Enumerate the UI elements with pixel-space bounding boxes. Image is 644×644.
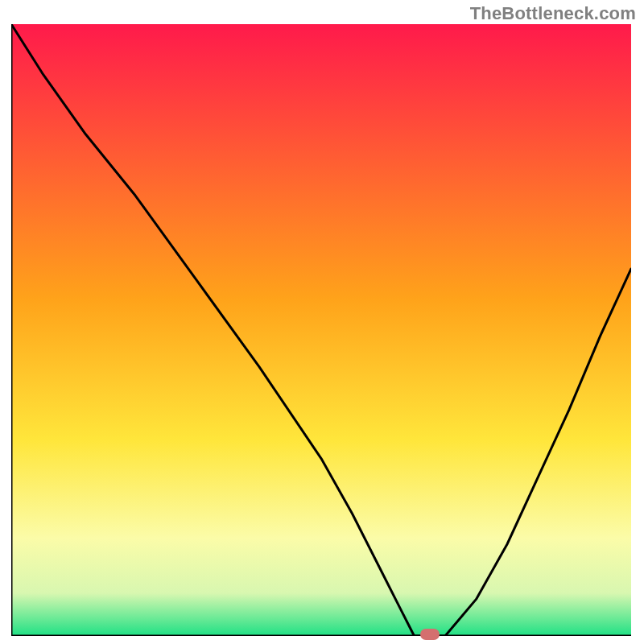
chart-background: [11, 24, 631, 636]
chart-svg: [11, 24, 631, 636]
plot-area: [11, 24, 631, 636]
chart-frame: TheBottleneck.com: [0, 0, 644, 644]
optimal-marker: [420, 629, 440, 640]
watermark-text: TheBottleneck.com: [470, 3, 636, 24]
